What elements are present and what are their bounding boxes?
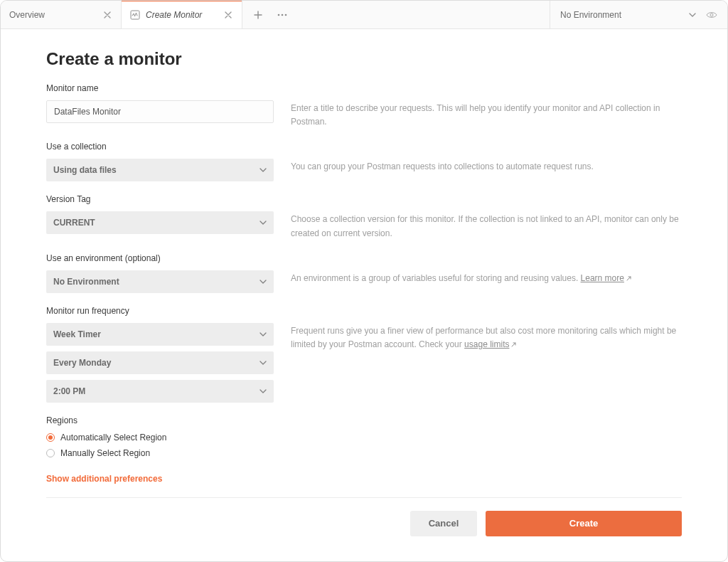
chevron-down-icon — [259, 332, 267, 336]
page-title: Create a monitor — [46, 49, 682, 69]
version-tag-select[interactable]: CURRENT — [46, 211, 274, 234]
run-frequency-label: Monitor run frequency — [46, 306, 682, 316]
field-environment: Use an environment (optional) No Environ… — [46, 253, 682, 293]
tab-actions — [242, 1, 298, 28]
external-link-icon — [626, 275, 632, 282]
region-auto-label: Automatically Select Region — [60, 433, 166, 442]
field-run-frequency: Monitor run frequency Week Timer Every M… — [46, 306, 682, 403]
show-additional-preferences[interactable]: Show additional preferences — [46, 474, 162, 484]
regions-label: Regions — [46, 415, 682, 425]
monitor-name-help: Enter a title to describe your requests.… — [291, 100, 682, 129]
close-icon[interactable] — [223, 10, 233, 20]
svg-point-2 — [282, 14, 284, 16]
tab-bar: Overview Create Monitor No Environment — [1, 1, 727, 29]
version-tag-select-value: CURRENT — [53, 218, 95, 228]
field-monitor-name: Monitor name Enter a title to describe y… — [46, 83, 682, 129]
footer-buttons: Cancel Create — [46, 511, 682, 536]
external-link-icon — [510, 341, 517, 348]
version-tag-help: Choose a collection version for this mon… — [291, 211, 682, 240]
radio-icon — [46, 449, 55, 457]
collection-select[interactable]: Using data files — [46, 159, 274, 181]
chevron-down-icon — [259, 168, 267, 172]
environment-selector[interactable]: No Environment — [550, 1, 727, 28]
field-collection: Use a collection Using data files You ca… — [46, 142, 682, 181]
collection-label: Use a collection — [46, 142, 682, 152]
frequency-timer-select[interactable]: Week Timer — [46, 323, 274, 346]
app-window: Overview Create Monitor No Environment — [0, 0, 728, 562]
eye-icon[interactable] — [706, 11, 717, 19]
tab-create-monitor[interactable]: Create Monitor — [122, 1, 242, 28]
frequency-time-select[interactable]: 2:00 PM — [46, 380, 274, 403]
tab-create-label: Create Monitor — [146, 10, 218, 20]
run-frequency-help: Frequent runs give you a finer view of p… — [291, 323, 682, 351]
environment-select-value: No Environment — [53, 277, 119, 287]
monitor-icon — [130, 10, 140, 20]
tab-overview[interactable]: Overview — [1, 1, 122, 28]
region-auto-radio[interactable]: Automatically Select Region — [46, 433, 682, 442]
svg-point-4 — [710, 14, 713, 16]
monitor-name-label: Monitor name — [46, 83, 682, 93]
tab-overview-label: Overview — [9, 10, 97, 20]
environment-selector-label: No Environment — [560, 10, 682, 20]
chevron-down-icon — [259, 221, 267, 225]
svg-point-1 — [278, 14, 280, 16]
frequency-timer-value: Week Timer — [53, 329, 101, 339]
region-manual-radio[interactable]: Manually Select Region — [46, 448, 682, 458]
chevron-down-icon — [259, 389, 267, 393]
learn-more-link[interactable]: Learn more — [581, 273, 624, 283]
region-manual-label: Manually Select Region — [60, 448, 150, 458]
create-button[interactable]: Create — [486, 511, 682, 536]
environment-label: Use an environment (optional) — [46, 253, 682, 263]
frequency-day-select[interactable]: Every Monday — [46, 351, 274, 374]
close-icon[interactable] — [102, 10, 112, 20]
cancel-button[interactable]: Cancel — [410, 511, 477, 536]
svg-point-3 — [285, 14, 287, 16]
frequency-day-value: Every Monday — [53, 358, 111, 368]
main-content: Create a monitor Monitor name Enter a ti… — [1, 29, 727, 561]
chevron-down-icon — [259, 280, 267, 284]
new-tab-button[interactable] — [251, 8, 265, 22]
radio-icon — [46, 433, 55, 442]
collection-select-value: Using data files — [53, 165, 117, 175]
field-version-tag: Version Tag CURRENT Choose a collection … — [46, 194, 682, 240]
field-regions: Regions Automatically Select Region Manu… — [46, 415, 682, 458]
usage-limits-link[interactable]: usage limits — [464, 339, 509, 349]
divider — [46, 497, 682, 498]
chevron-down-icon — [259, 361, 267, 365]
chevron-down-icon — [689, 13, 696, 17]
environment-select[interactable]: No Environment — [46, 270, 274, 293]
frequency-time-value: 2:00 PM — [53, 386, 85, 396]
more-options-icon[interactable] — [275, 8, 289, 22]
environment-help: An environment is a group of variables u… — [291, 270, 682, 285]
collection-help: You can group your Postman requests into… — [291, 159, 682, 174]
version-tag-label: Version Tag — [46, 194, 682, 204]
monitor-name-input[interactable] — [46, 100, 274, 123]
